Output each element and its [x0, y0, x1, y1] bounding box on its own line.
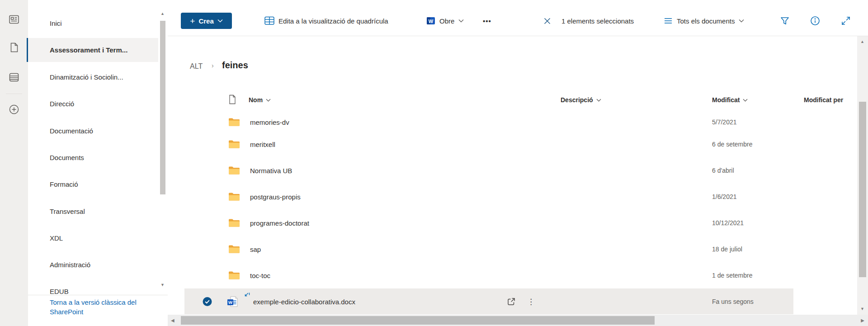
- chevron-down-icon: [743, 99, 748, 102]
- folder-icon: [228, 118, 240, 127]
- scroll-up-icon[interactable]: ▲: [860, 40, 864, 44]
- row-name: postgraus-propis: [250, 193, 301, 201]
- breadcrumb-root[interactable]: ALT: [190, 62, 203, 71]
- sidebar-item-inici[interactable]: Inici: [50, 19, 62, 27]
- sidebar-item-transversal[interactable]: Transversal: [50, 208, 85, 215]
- sidebar-nav: Inici Assessorament i Term... Dinamitzac…: [28, 0, 168, 295]
- folder-icon: [228, 140, 240, 149]
- folder-icon: [228, 192, 240, 202]
- open-button-label: Obre: [439, 17, 454, 25]
- add-icon[interactable]: [8, 104, 20, 115]
- folder-icon: [228, 271, 240, 280]
- table-row-selected[interactable]: W exemple-edicio-collaborativa.docx ⋮ Fa…: [184, 288, 793, 314]
- word-file-icon: W: [227, 296, 239, 307]
- info-button[interactable]: [810, 14, 820, 28]
- sidebar: Inici Assessorament i Term... Dinamitzac…: [28, 0, 168, 326]
- selected-check-icon[interactable]: [203, 297, 212, 306]
- filter-icon: [780, 16, 790, 26]
- row-name: exemple-edicio-collaborativa.docx: [253, 298, 355, 305]
- sidebar-scrollbar[interactable]: ▲ ▼: [158, 8, 167, 293]
- file-type-column-icon[interactable]: [228, 94, 236, 104]
- more-commands-button[interactable]: •••: [483, 14, 491, 28]
- clear-selection-button[interactable]: [544, 14, 551, 28]
- ellipsis-icon: •••: [483, 17, 491, 25]
- breadcrumb-chevron-icon: ›: [212, 62, 214, 69]
- scroll-down-icon[interactable]: ▼: [860, 307, 864, 311]
- sharepoint-library-page: Inici Assessorament i Term... Dinamitzac…: [0, 0, 868, 326]
- create-button[interactable]: + Crea: [181, 13, 232, 29]
- chevron-down-icon: [217, 19, 223, 23]
- sidebar-item-direccio[interactable]: Direcció: [50, 100, 74, 108]
- view-selector-label: Tots els documents: [677, 17, 735, 25]
- row-name: sap: [250, 246, 261, 253]
- sidebar-item-formacio[interactable]: Formació: [50, 180, 78, 188]
- column-header-modificat[interactable]: Modificat: [712, 96, 748, 104]
- row-name: Normativa UB: [250, 167, 292, 175]
- row-name: memories-dv: [250, 118, 289, 126]
- classic-sharepoint-link[interactable]: Torna a la versió clàssica del SharePoin…: [50, 298, 163, 317]
- svg-text:W: W: [429, 19, 434, 24]
- row-name: toc-toc: [250, 272, 270, 279]
- classic-link-line2: SharePoint: [50, 307, 163, 317]
- scrollbar-corner[interactable]: ▶: [857, 315, 868, 326]
- selection-count: 1 elements seleccionats: [561, 14, 634, 28]
- scroll-left-icon[interactable]: ◀: [171, 315, 175, 326]
- table-row[interactable]: Normativa UB 6 d'abril: [184, 157, 793, 184]
- table-row[interactable]: sap 18 de juliol: [184, 236, 793, 263]
- view-selector-button[interactable]: Tots els documents: [664, 14, 744, 28]
- expand-button[interactable]: [841, 14, 851, 28]
- table-row[interactable]: meritxell 6 de setembre: [184, 131, 793, 158]
- view-options-icon: [664, 17, 673, 24]
- row-modified: 1/6/2021: [712, 193, 737, 200]
- library-icon[interactable]: [8, 71, 20, 83]
- expand-diagonal-icon: [841, 16, 851, 26]
- row-modified: 1 de setembre: [712, 272, 753, 279]
- filter-button[interactable]: [780, 14, 790, 28]
- row-name: meritxell: [250, 141, 275, 148]
- row-modified: 6 d'abril: [712, 167, 734, 174]
- row-more-icon[interactable]: ⋮: [527, 297, 535, 306]
- scroll-right-icon[interactable]: ▶: [861, 318, 864, 323]
- row-name: programes-doctorat: [250, 219, 309, 227]
- column-label: Descripció: [561, 96, 593, 104]
- folder-icon: [228, 218, 240, 228]
- grid-view-icon: [264, 16, 274, 25]
- breadcrumb-current: feines: [222, 60, 248, 71]
- sidebar-item-administracio[interactable]: Administració: [50, 261, 90, 269]
- document-icon[interactable]: [8, 42, 20, 53]
- share-icon[interactable]: [506, 297, 516, 307]
- folder-icon: [228, 245, 240, 254]
- sidebar-item-dinamitzacio[interactable]: Dinamització i Sociolin...: [50, 73, 123, 81]
- row-modified: 5/7/2021: [712, 118, 737, 126]
- horizontal-scrollbar-thumb[interactable]: [181, 316, 655, 325]
- appbar-divider: [6, 94, 22, 94]
- chevron-down-icon: [458, 19, 464, 23]
- sidebar-item-assessorament[interactable]: Assessorament i Term...: [50, 46, 127, 54]
- table-row[interactable]: toc-toc 1 de setembre: [184, 262, 793, 289]
- vertical-scrollbar[interactable]: ▲ ▼: [857, 36, 868, 315]
- column-header-descripcio[interactable]: Descripció: [561, 96, 601, 104]
- close-icon: [544, 18, 551, 24]
- sidebar-item-edub[interactable]: EDUB: [50, 288, 69, 295]
- open-button[interactable]: W Obre: [426, 14, 464, 28]
- row-modified: 18 de juliol: [712, 246, 742, 253]
- sidebar-item-documents[interactable]: Documents: [50, 154, 84, 161]
- column-header-modificat-per[interactable]: Modificat per: [804, 96, 843, 104]
- sidebar-scrollbar-thumb[interactable]: [160, 21, 165, 194]
- word-app-icon: W: [426, 16, 435, 25]
- table-row[interactable]: postgraus-propis 1/6/2021: [184, 184, 793, 210]
- sidebar-item-documentacio[interactable]: Documentació: [50, 127, 93, 135]
- scroll-down-icon[interactable]: ▼: [160, 283, 165, 287]
- table-row[interactable]: programes-doctorat 10/12/2021: [184, 210, 793, 236]
- toolbar-divider: [168, 36, 868, 36]
- chevron-down-icon: [266, 99, 271, 102]
- vertical-scrollbar-thumb[interactable]: [859, 102, 866, 277]
- scroll-up-icon[interactable]: ▲: [160, 12, 165, 16]
- column-label: Modificat: [712, 96, 740, 104]
- table-row[interactable]: memories-dv 5/7/2021: [184, 113, 793, 132]
- edit-grid-view-button[interactable]: Edita a la visualització de quadrícula: [264, 14, 388, 28]
- column-header-nom[interactable]: Nom: [249, 96, 271, 104]
- horizontal-scrollbar[interactable]: ◀: [168, 315, 857, 326]
- news-icon[interactable]: [8, 14, 20, 25]
- sidebar-item-xdl[interactable]: XDL: [50, 234, 63, 242]
